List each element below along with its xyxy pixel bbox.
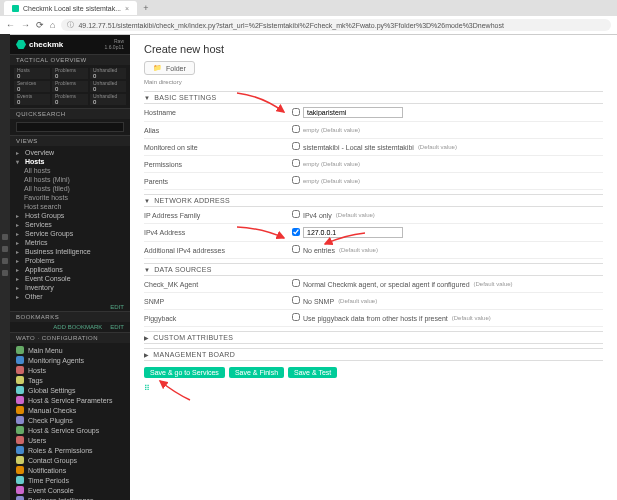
caret-down-icon: ▼ [144,95,150,101]
tactical-cell[interactable]: Problems0 [52,68,88,79]
override-checkbox[interactable] [292,125,300,133]
views-tree: ▸Overview▾HostsAll hostsAll hosts (Mini)… [10,146,130,303]
forward-button[interactable]: → [21,20,30,30]
add-bookmark-link[interactable]: ADD BOOKMARK [53,324,102,330]
section-data-sources[interactable]: ▼ DATA SOURCES [144,263,603,276]
browser-tab[interactable]: Checkmk Local site sistemtak... × [4,1,137,15]
views-item[interactable]: ▸Service Groups [10,229,130,238]
views-item[interactable]: ▸Inventory [10,283,130,292]
tactical-cell[interactable]: Unhandled0 [90,81,126,92]
override-checkbox[interactable] [292,108,300,116]
override-checkbox[interactable] [292,210,300,218]
caret-icon: ▸ [16,284,21,291]
wato-item[interactable]: Hosts [10,365,130,375]
wato-item-label: Host & Service Parameters [28,397,112,404]
views-edit-link[interactable]: EDIT [110,304,124,310]
wato-item[interactable]: Tags [10,375,130,385]
wato-item[interactable]: Event Console [10,485,130,495]
browser-chrome: Checkmk Local site sistemtak... × + ← → … [0,0,617,35]
wato-item[interactable]: Host & Service Groups [10,425,130,435]
tactical-cell[interactable]: Unhandled0 [90,68,126,79]
views-item[interactable]: Host search [10,202,130,211]
text-input[interactable] [303,227,403,238]
wato-item[interactable]: Manual Checks [10,405,130,415]
caret-icon: ▸ [16,266,21,273]
views-item[interactable]: ▸Applications [10,265,130,274]
override-checkbox[interactable] [292,176,300,184]
back-button[interactable]: ← [6,20,15,30]
wato-item[interactable]: Notifications [10,465,130,475]
override-checkbox[interactable] [292,279,300,287]
caret-icon: ▸ [16,149,21,156]
tactical-cell[interactable]: Problems0 [52,81,88,92]
override-checkbox[interactable] [292,313,300,321]
views-item[interactable]: ▸Business Intelligence [10,247,130,256]
rail-icon[interactable] [2,234,8,240]
form-label: IPv4 Address [144,229,289,236]
views-item[interactable]: ▸Metrics [10,238,130,247]
views-item[interactable]: ▾Hosts [10,157,130,166]
override-checkbox[interactable] [292,142,300,150]
wato-item-label: Main Menu [28,347,63,354]
wato-item-label: Event Console [28,487,74,494]
reload-button[interactable]: ⟳ [36,20,44,30]
save-go-services-button[interactable]: Save & go to Services [144,367,225,378]
folder-button[interactable]: 📁 Folder [144,61,195,75]
wato-item[interactable]: Global Settings [10,385,130,395]
rail-icon[interactable] [2,270,8,276]
views-item[interactable]: ▸Event Console [10,274,130,283]
bookmarks-edit-link[interactable]: EDIT [110,324,124,330]
override-checkbox[interactable] [292,296,300,304]
form-value: Use piggyback data from other hosts if p… [303,315,448,322]
wato-item-label: Global Settings [28,387,75,394]
override-checkbox[interactable] [292,245,300,253]
views-item[interactable]: ▸Services [10,220,130,229]
views-item[interactable]: ▸Other [10,292,130,301]
wato-item-label: Time Periods [28,477,69,484]
rail-icon[interactable] [2,258,8,264]
wato-title: WATO · CONFIGURATION [10,332,130,343]
home-button[interactable]: ⌂ [50,20,55,30]
wato-item[interactable]: Time Periods [10,475,130,485]
wato-item[interactable]: Business Intelligence [10,495,130,500]
close-tab-icon[interactable]: × [125,5,129,12]
views-item[interactable]: All hosts (tiled) [10,184,130,193]
tactical-cell[interactable]: Events0 [14,94,50,105]
tactical-cell[interactable]: Services0 [14,81,50,92]
views-item[interactable]: All hosts [10,166,130,175]
save-test-button[interactable]: Save & Test [288,367,337,378]
url-bar[interactable]: ⓘ 49.12.77.51/sistemtakibi/check_mk/inde… [61,19,611,31]
quicksearch-input[interactable] [16,122,124,132]
section-network-address[interactable]: ▼ NETWORK ADDRESS [144,194,603,207]
override-checkbox[interactable] [292,159,300,167]
tactical-value: 0 [17,73,47,79]
section-basic-settings[interactable]: ▼ BASIC SETTINGS [144,91,603,104]
views-item[interactable]: ▸Overview [10,148,130,157]
left-rail [0,34,10,500]
views-item[interactable]: ▸Host Groups [10,211,130,220]
wato-item[interactable]: Host & Service Parameters [10,395,130,405]
drag-handle-icon[interactable]: ⠿ [144,384,603,393]
override-checkbox[interactable] [292,228,300,236]
section-custom-attributes[interactable]: ▶ CUSTOM ATTRIBUTES [144,331,603,344]
tactical-cell[interactable]: Hosts0 [14,68,50,79]
wato-item[interactable]: Monitoring Agents [10,355,130,365]
text-input[interactable] [303,107,403,118]
views-item[interactable]: ▸Problems [10,256,130,265]
logo[interactable]: checkmk [16,40,63,50]
rail-icon[interactable] [2,246,8,252]
views-item-label: Other [25,293,43,300]
wato-item[interactable]: Roles & Permissions [10,445,130,455]
wato-item[interactable]: Main Menu [10,345,130,355]
wato-item[interactable]: Check Plugins [10,415,130,425]
tactical-cell[interactable]: Unhandled0 [90,94,126,105]
views-title: VIEWS [10,135,130,146]
new-tab-button[interactable]: + [143,3,148,13]
views-item[interactable]: All hosts (Mini) [10,175,130,184]
tactical-cell[interactable]: Problems0 [52,94,88,105]
save-finish-button[interactable]: Save & Finish [229,367,284,378]
wato-item[interactable]: Users [10,435,130,445]
wato-item[interactable]: Contact Groups [10,455,130,465]
views-item[interactable]: Favorite hosts [10,193,130,202]
section-management-board[interactable]: ▶ MANAGEMENT BOARD [144,348,603,361]
